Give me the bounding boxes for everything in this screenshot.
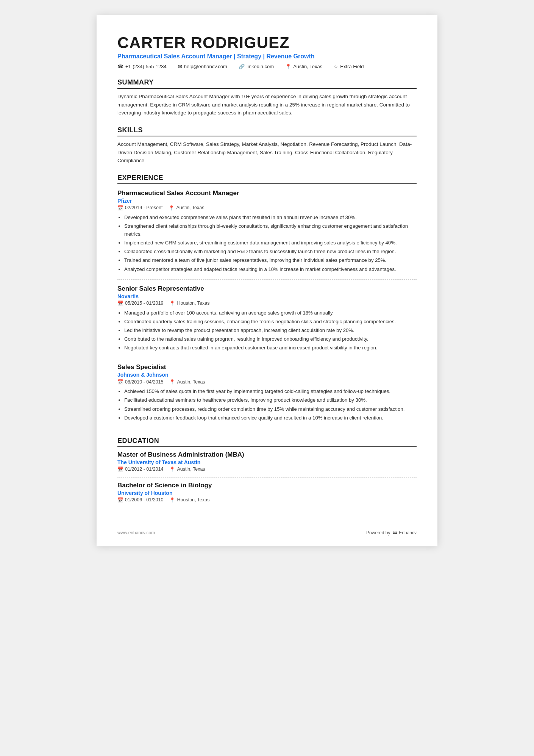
linkedin-icon: 🔗 [239, 64, 245, 69]
summary-section: SUMMARY Dynamic Pharmaceutical Sales Acc… [117, 78, 417, 117]
job-title-2: Senior Sales Representative [117, 285, 417, 293]
bullet-item: Negotiated key contracts that resulted i… [124, 344, 417, 352]
location-pin-edu1: 📍 [169, 466, 175, 472]
edu-degree-1: Master of Business Administration (MBA) [117, 451, 417, 459]
brand-name: Enhancv [399, 530, 417, 535]
edu-dates-2: 📅 01/2006 - 01/2010 [117, 497, 163, 503]
job-location-1: 📍 Austin, Texas [169, 205, 204, 211]
job-title-3: Sales Specialist [117, 363, 417, 371]
calendar-icon-1: 📅 [117, 205, 123, 211]
star-icon: ☆ [334, 64, 338, 69]
location-pin-icon-1: 📍 [169, 205, 175, 211]
email-icon: ✉ [178, 64, 182, 69]
footer-brand: Powered by ∞ Enhancv [366, 529, 417, 537]
edu-location-2: 📍 Houston, Texas [169, 497, 209, 503]
bullet-item: Trained and mentored a team of five juni… [124, 256, 417, 264]
summary-title: SUMMARY [117, 78, 417, 89]
calendar-icon-2: 📅 [117, 301, 123, 306]
header: CARTER RODRIGUEZ Pharmaceutical Sales Ac… [117, 34, 417, 69]
bullet-item: Strengthened client relationships throug… [124, 222, 417, 238]
enhancv-logo: ∞ Enhancv [392, 529, 417, 537]
bullet-item: Implemented new CRM software, streamlini… [124, 239, 417, 247]
bullet-item: Analyzed competitor strategies and adapt… [124, 265, 417, 273]
job-title-1: Pharmaceutical Sales Account Manager [117, 189, 417, 197]
powered-by-text: Powered by [366, 530, 390, 535]
location-contact: 📍 Austin, Texas [285, 64, 322, 69]
footer: www.enhancv.com Powered by ∞ Enhancv [117, 529, 417, 537]
calendar-icon-3: 📅 [117, 379, 123, 385]
candidate-title: Pharmaceutical Sales Account Manager | S… [117, 53, 417, 60]
phone-value: +1-(234)-555-1234 [125, 64, 167, 69]
extra-field-value: Extra Field [340, 64, 364, 69]
bullet-item: Achieved 150% of sales quota in the firs… [124, 387, 417, 395]
edu-dates-1: 📅 01/2012 - 01/2014 [117, 466, 163, 472]
location-icon: 📍 [285, 64, 291, 69]
job-entry-jj: Sales Specialist Johnson & Johnson 📅 08/… [117, 363, 417, 428]
edu-entry-mba: Master of Business Administration (MBA) … [117, 451, 417, 478]
job-bullets-3: Achieved 150% of sales quota in the firs… [117, 387, 417, 422]
bullet-item: Managed a portfolio of over 100 accounts… [124, 309, 417, 317]
location-value: Austin, Texas [293, 64, 322, 69]
job-location-2: 📍 Houston, Texas [169, 301, 209, 306]
phone-icon: ☎ [117, 64, 123, 69]
company-name-1: Pfizer [117, 198, 417, 204]
job-dates-1: 📅 02/2019 - Present [117, 205, 162, 211]
email-contact: ✉ help@enhancv.com [178, 64, 227, 69]
resume-page: CARTER RODRIGUEZ Pharmaceutical Sales Ac… [97, 15, 437, 546]
edu-degree-2: Bachelor of Science in Biology [117, 482, 417, 489]
bullet-item: Led the initiative to revamp the product… [124, 326, 417, 334]
summary-text: Dynamic Pharmaceutical Sales Account Man… [117, 92, 417, 117]
contact-row: ☎ +1-(234)-555-1234 ✉ help@enhancv.com 🔗… [117, 64, 417, 69]
linkedin-contact: 🔗 linkedin.com [239, 64, 274, 69]
job-entry-pfizer: Pharmaceutical Sales Account Manager Pfi… [117, 189, 417, 280]
edu-location-1: 📍 Austin, Texas [169, 466, 205, 472]
location-pin-icon-3: 📍 [169, 379, 175, 385]
bullet-item: Collaborated cross-functionally with mar… [124, 247, 417, 255]
infinity-icon: ∞ [392, 529, 397, 537]
email-value: help@enhancv.com [184, 64, 227, 69]
linkedin-value: linkedin.com [247, 64, 274, 69]
experience-title: EXPERIENCE [117, 174, 417, 184]
job-meta-2: 📅 05/2015 - 01/2019 📍 Houston, Texas [117, 301, 417, 306]
job-meta-1: 📅 02/2019 - Present 📍 Austin, Texas [117, 205, 417, 211]
calendar-icon-edu1: 📅 [117, 466, 123, 472]
edu-meta-1: 📅 01/2012 - 01/2014 📍 Austin, Texas [117, 466, 417, 472]
experience-section: EXPERIENCE Pharmaceutical Sales Account … [117, 174, 417, 428]
phone-contact: ☎ +1-(234)-555-1234 [117, 64, 167, 69]
bullet-item: Developed a customer feedback loop that … [124, 414, 417, 422]
job-dates-3: 📅 08/2010 - 04/2015 [117, 379, 163, 385]
skills-section: SKILLS Account Management, CRM Software,… [117, 126, 417, 165]
footer-website: www.enhancv.com [117, 530, 155, 535]
education-section: EDUCATION Master of Business Administrat… [117, 437, 417, 508]
job-meta-3: 📅 08/2010 - 04/2015 📍 Austin, Texas [117, 379, 417, 385]
bullet-item: Contributed to the national sales traini… [124, 335, 417, 343]
edu-school-2: University of Houston [117, 490, 417, 496]
bullet-item: Developed and executed comprehensive sal… [124, 213, 417, 221]
location-pin-edu2: 📍 [169, 497, 175, 503]
job-dates-2: 📅 05/2015 - 01/2019 [117, 301, 163, 306]
bullet-item: Facilitated educational seminars to heal… [124, 396, 417, 404]
extra-field-contact: ☆ Extra Field [334, 64, 364, 69]
candidate-name: CARTER RODRIGUEZ [117, 34, 417, 52]
edu-school-1: The University of Texas at Austin [117, 459, 417, 465]
skills-title: SKILLS [117, 126, 417, 136]
job-bullets-2: Managed a portfolio of over 100 accounts… [117, 309, 417, 352]
company-name-2: Novartis [117, 293, 417, 299]
bullet-item: Coordinated quarterly sales training ses… [124, 318, 417, 326]
company-name-3: Johnson & Johnson [117, 372, 417, 378]
edu-meta-2: 📅 01/2006 - 01/2010 📍 Houston, Texas [117, 497, 417, 503]
job-bullets-1: Developed and executed comprehensive sal… [117, 213, 417, 273]
skills-text: Account Management, CRM Software, Sales … [117, 140, 417, 165]
location-pin-icon-2: 📍 [169, 301, 175, 306]
calendar-icon-edu2: 📅 [117, 497, 123, 503]
edu-entry-bsc: Bachelor of Science in Biology Universit… [117, 482, 417, 508]
job-location-3: 📍 Austin, Texas [169, 379, 205, 385]
job-entry-novartis: Senior Sales Representative Novartis 📅 0… [117, 285, 417, 358]
education-title: EDUCATION [117, 437, 417, 447]
bullet-item: Streamlined ordering processes, reducing… [124, 405, 417, 413]
